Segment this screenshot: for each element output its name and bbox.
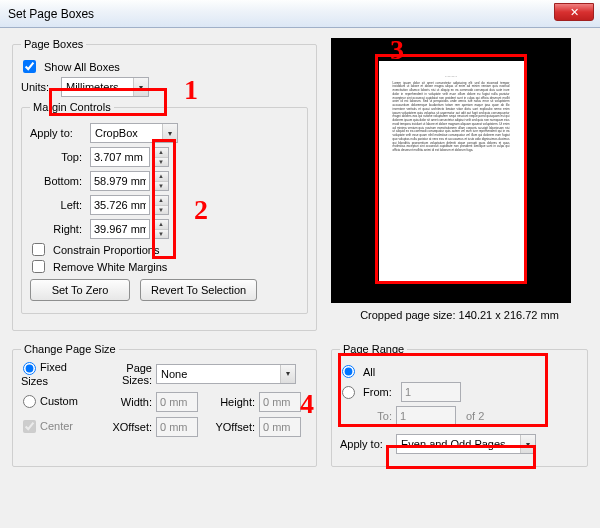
custom-label: Custom xyxy=(40,395,78,407)
pageboxes-group: Page Boxes Show All Boxes Units: Millime… xyxy=(12,38,317,331)
top-label: Top: xyxy=(30,151,82,163)
dropdown-arrow-icon: ▾ xyxy=(280,365,295,383)
left-spinner[interactable]: ▲▼ xyxy=(154,195,169,215)
dropdown-arrow-icon: ▾ xyxy=(520,435,535,453)
units-select[interactable]: Millimeters ▾ xyxy=(61,77,149,97)
constrain-checkbox[interactable] xyxy=(32,243,45,256)
set-to-zero-button[interactable]: Set To Zero xyxy=(30,279,130,301)
width-label: Width: xyxy=(96,396,156,408)
window-title: Set Page Boxes xyxy=(8,7,94,21)
show-all-checkbox[interactable] xyxy=(23,60,36,73)
height-label: Height: xyxy=(204,396,259,408)
width-input[interactable] xyxy=(156,392,198,412)
preview-page: ……… Lorem ipsum dolor sit amet consectet… xyxy=(379,61,524,281)
range-from-label: From: xyxy=(363,386,397,398)
remove-white-checkbox[interactable] xyxy=(32,260,45,273)
fixed-sizes-radio[interactable] xyxy=(23,362,36,375)
yoffset-input[interactable] xyxy=(259,417,301,437)
page-range-group: Page Range All From: To: of 2 Apply to: … xyxy=(331,343,588,467)
bottom-input[interactable] xyxy=(90,171,150,191)
margin-controls-group: Margin Controls Apply to: CropBox ▾ Top:… xyxy=(21,101,308,314)
margin-controls-legend: Margin Controls xyxy=(30,101,114,113)
bottom-label: Bottom: xyxy=(30,175,82,187)
center-label: Center xyxy=(40,420,73,432)
range-applyto-label: Apply to: xyxy=(340,438,392,450)
applyto-label: Apply to: xyxy=(30,127,82,139)
xoffset-input[interactable] xyxy=(156,417,198,437)
to-input[interactable] xyxy=(396,406,456,426)
center-checkbox xyxy=(23,420,36,433)
left-label: Left: xyxy=(30,199,82,211)
show-all-label: Show All Boxes xyxy=(44,61,120,73)
applyto-select[interactable]: CropBox ▾ xyxy=(90,123,178,143)
range-to-label: To: xyxy=(342,410,392,422)
units-label: Units: xyxy=(21,81,53,93)
right-spinner[interactable]: ▲▼ xyxy=(154,219,169,239)
preview-caption: Cropped page size: 140.21 x 216.72 mm xyxy=(331,309,588,321)
range-applyto-value: Even and Odd Pages xyxy=(397,438,520,450)
pagesizes-select[interactable]: None ▾ xyxy=(156,364,296,384)
range-all-label: All xyxy=(363,366,375,378)
change-page-size-legend: Change Page Size xyxy=(21,343,119,355)
dropdown-arrow-icon: ▾ xyxy=(162,124,177,142)
custom-radio[interactable] xyxy=(23,395,36,408)
revert-button[interactable]: Revert To Selection xyxy=(140,279,257,301)
pagesizes-value: None xyxy=(157,368,280,380)
height-input[interactable] xyxy=(259,392,301,412)
xoffset-label: XOffset: xyxy=(96,421,156,433)
remove-white-label: Remove White Margins xyxy=(53,261,167,273)
yoffset-label: YOffset: xyxy=(204,421,259,433)
range-applyto-select[interactable]: Even and Odd Pages ▾ xyxy=(396,434,536,454)
close-button[interactable]: ✕ xyxy=(554,3,594,21)
pageboxes-legend: Page Boxes xyxy=(21,38,86,50)
range-all-radio[interactable] xyxy=(342,365,355,378)
top-input[interactable] xyxy=(90,147,150,167)
applyto-value: CropBox xyxy=(91,127,162,139)
constrain-label: Constrain Proportions xyxy=(53,244,159,256)
left-input[interactable] xyxy=(90,195,150,215)
range-from-radio[interactable] xyxy=(342,386,355,399)
units-value: Millimeters xyxy=(62,81,133,93)
top-spinner[interactable]: ▲▼ xyxy=(154,147,169,167)
dropdown-arrow-icon: ▾ xyxy=(133,78,148,96)
page-range-legend: Page Range xyxy=(340,343,407,355)
right-label: Right: xyxy=(30,223,82,235)
from-input[interactable] xyxy=(401,382,461,402)
page-preview: ……… Lorem ipsum dolor sit amet consectet… xyxy=(331,38,571,303)
range-of-label: of 2 xyxy=(466,410,484,422)
bottom-spinner[interactable]: ▲▼ xyxy=(154,171,169,191)
pagesizes-label: Page Sizes: xyxy=(96,362,156,386)
right-input[interactable] xyxy=(90,219,150,239)
change-page-size-group: Change Page Size Fixed Sizes Page Sizes:… xyxy=(12,343,317,467)
